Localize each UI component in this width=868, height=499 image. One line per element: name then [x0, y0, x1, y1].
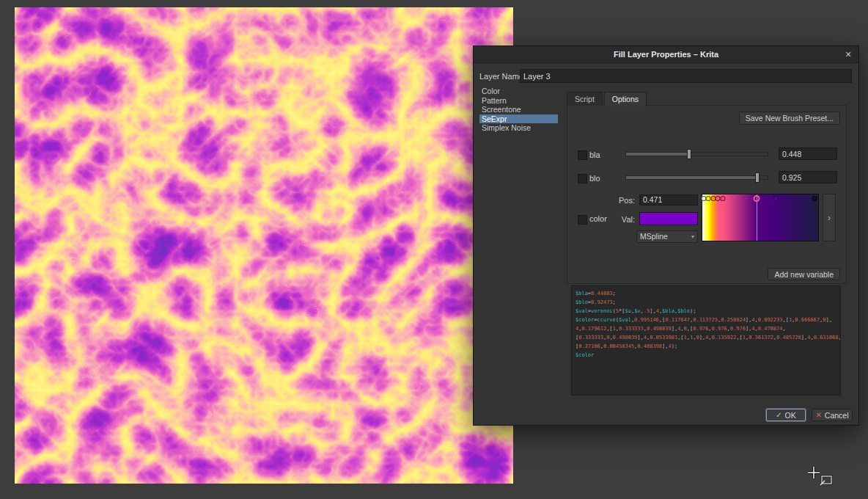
val-label: Val: — [611, 215, 635, 224]
gradient-marker-selected[interactable] — [754, 195, 760, 202]
pos-label: Pos: — [611, 196, 635, 205]
cancel-cross-icon: ✕ — [815, 411, 821, 419]
generator-item-seexpr[interactable]: SeExpr — [479, 114, 558, 124]
options-panel: Save New Brush Preset... bla 0.448 blo 0… — [567, 105, 847, 284]
bla-slider[interactable] — [625, 148, 768, 160]
generator-list: ColorPatternScreentoneSeExprSimplex Nois… — [479, 87, 558, 403]
gradient-marker[interactable] — [716, 196, 721, 201]
cancel-label: Cancel — [825, 411, 849, 420]
generator-item-pattern[interactable]: Pattern — [479, 96, 558, 106]
gradient-marker[interactable] — [812, 196, 817, 201]
chevron-down-icon: ▾ — [691, 231, 694, 242]
blo-slider[interactable] — [625, 172, 768, 183]
generator-item-screentone[interactable]: Screentone — [479, 105, 558, 114]
save-brush-preset-label: Save New Brush Preset... — [746, 114, 834, 123]
gradient-marker[interactable] — [773, 196, 778, 201]
cursor-crosshair-icon — [805, 464, 836, 489]
layer-name-label: Layer Name: — [479, 72, 526, 81]
gradient-markers — [702, 194, 818, 203]
val-swatch[interactable] — [639, 212, 698, 225]
save-brush-preset-button[interactable]: Save New Brush Preset... — [739, 112, 840, 125]
tab-script[interactable]: Script — [567, 92, 603, 106]
desktop: { "window": { "title": "Fill Layer Prope… — [0, 0, 868, 499]
cancel-button[interactable]: ✕ Cancel — [812, 409, 853, 421]
blo-slider-groove — [625, 175, 768, 180]
layer-name-input[interactable] — [520, 69, 852, 83]
color-label: color — [589, 214, 607, 223]
pos-value-field[interactable]: 0.471 — [639, 194, 698, 205]
tab-options[interactable]: Options — [604, 92, 647, 106]
bla-checkbox[interactable] — [578, 150, 587, 160]
transform-tool-icon — [820, 476, 831, 485]
color-checkbox[interactable] — [578, 215, 587, 225]
gradient-widget[interactable] — [702, 194, 819, 241]
add-new-variable-button[interactable]: Add new variable — [768, 268, 840, 280]
gradient-marker[interactable] — [721, 196, 726, 201]
script-code[interactable]: $bla=0.44803;$blo=0.92473;$val=voronoi(5… — [571, 285, 841, 396]
fill-layer-properties-dialog: Fill Layer Properties – Krita ✕ Layer Na… — [473, 45, 859, 426]
interpolation-select[interactable]: MSpline ▾ — [636, 230, 698, 243]
generator-item-simplex-noise[interactable]: Simplex Noise — [479, 123, 558, 133]
generator-item-color[interactable]: Color — [479, 87, 558, 96]
tab-bar: ScriptOptions — [567, 92, 648, 106]
blo-slider-handle[interactable] — [755, 172, 760, 183]
add-new-variable-label: Add new variable — [774, 270, 834, 279]
canvas-artwork[interactable] — [15, 7, 513, 484]
bla-value-field[interactable]: 0.448 — [779, 147, 837, 160]
blo-value-field[interactable]: 0.925 — [779, 171, 837, 183]
ok-label: OK — [785, 411, 796, 420]
chevron-right-icon: › — [828, 213, 831, 223]
interpolation-value: MSpline — [640, 231, 668, 242]
ok-button[interactable]: ✓ OK — [766, 409, 806, 421]
gradient-marker[interactable] — [710, 196, 716, 201]
bla-label: bla — [589, 150, 600, 159]
dialog-title: Fill Layer Properties – Krita — [614, 50, 718, 59]
dialog-titlebar[interactable]: Fill Layer Properties – Krita ✕ — [474, 46, 858, 63]
blo-checkbox[interactable] — [578, 174, 587, 183]
ok-check-icon: ✓ — [776, 411, 781, 419]
bla-slider-groove — [625, 152, 768, 156]
voronoi-noise-image — [15, 7, 513, 484]
gradient-next-button[interactable]: › — [823, 194, 836, 241]
blo-label: blo — [589, 174, 600, 183]
bla-slider-handle[interactable] — [687, 149, 691, 159]
close-icon[interactable]: ✕ — [842, 48, 854, 60]
